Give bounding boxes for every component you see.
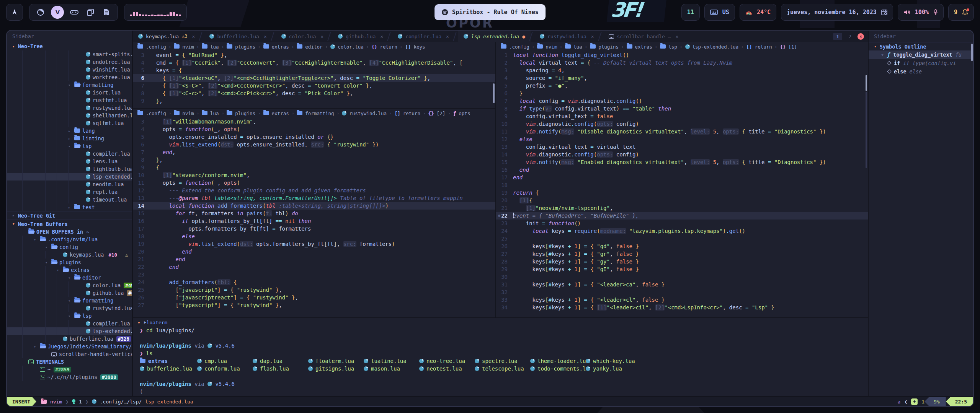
scrollbar-handle[interactable] [971, 44, 973, 61]
code-line[interactable]: 7 end, [133, 148, 495, 156]
app-button-document[interactable] [101, 7, 112, 18]
tree-item[interactable]: github.lua#654 [7, 289, 132, 297]
code-line[interactable]: 3 event = { "BufRead" }, [133, 51, 495, 59]
code-line[interactable]: 4 cmd = { [1]"CccPick", [2]"CccConvert",… [133, 59, 495, 67]
outline-symbol-if[interactable]: ifif type(config.vi [869, 59, 973, 67]
code-line[interactable]: 10 vim.diagnostic.config(opts: config) [496, 120, 868, 128]
tree-item[interactable]: repl.lua [7, 188, 132, 196]
code-line[interactable]: 5 keys = { [133, 67, 495, 74]
code-line[interactable]: 27 ["typescript"] = { "rustywind" }, [133, 301, 495, 309]
code-line[interactable]: 5 opts.ensure_installed = opts.ensure_in… [133, 133, 495, 141]
tree-item[interactable]: worktree.lua [7, 73, 132, 81]
code-line[interactable]: 24 add_formatters(tbl: { [133, 278, 495, 286]
tree-item[interactable]: ▾formatting [7, 297, 132, 304]
code-line[interactable]: 27 keys[#keys + 1] = { "gr", false } [496, 250, 868, 258]
tree-item[interactable]: ▾extras [7, 266, 132, 274]
outline-symbol-toggle_diag_virtext[interactable]: ▾ƒtoggle_diag_virtextfu [869, 50, 973, 59]
fold-chevron-icon[interactable]: ▾ [137, 320, 140, 325]
editor-tab-color-lua[interactable]: color.lua× [276, 31, 329, 42]
chevron-down-icon[interactable]: ▾ [68, 144, 74, 148]
tree-item[interactable]: ▸lang [7, 127, 132, 135]
code-line[interactable]: 32 [496, 288, 868, 296]
tree-item[interactable]: compiler.lua#682 [7, 320, 132, 327]
tree-item[interactable]: compiler.lua [7, 150, 132, 158]
tree-item[interactable]: lsp-extended.lu[+] [7, 173, 132, 180]
tree-item[interactable]: ~/.c/n/l/plugins#3980 [7, 373, 132, 381]
scrollbar-handle[interactable] [866, 75, 867, 91]
code-line[interactable]: 7 { [1]"<S-C>", [2]"<cmd>CccConvert<cr>"… [133, 82, 495, 89]
notifications-pill[interactable]: 9 [948, 4, 974, 21]
split-color-lua[interactable]: .config›nvim›lua›plugins›extras›editor›c… [133, 42, 495, 108]
editor-tab-scrollbar-handle-[interactable]: scrollbar-handle-…× [603, 31, 684, 42]
close-tab-icon[interactable]: × [264, 34, 267, 39]
app-button-gamepad[interactable] [69, 7, 80, 18]
tree-item[interactable]: neodim.lua [7, 180, 132, 188]
code-line[interactable]: 17 opts.formatters_by_ft[ft] = formatter… [133, 225, 495, 233]
chevron-down-icon[interactable]: ▾ [57, 268, 63, 272]
code-line[interactable]: 6 { [1]"<leader>uC", [2]"<cmd>CccHighlig… [133, 74, 495, 82]
scrollbar-handle[interactable] [493, 83, 495, 103]
code-line[interactable]: 4 opts = function(_, opts) [133, 125, 495, 133]
editor-tab-keymaps-lua[interactable]: keymaps.lua⚠3× [133, 31, 200, 42]
app-button-neovim[interactable]: V [51, 6, 64, 19]
code-line[interactable]: 18 else [133, 233, 495, 240]
code-line[interactable]: 15 for ft, formatters in pairs(t: tbl) d… [133, 210, 495, 217]
chevron-right-icon[interactable]: ▸ [68, 205, 74, 210]
code-line[interactable]: 18 [496, 181, 868, 189]
section-header-neo-tree[interactable]: ▾Neo-Tree [7, 42, 132, 50]
code-line[interactable]: 21 [1]"neovim/nvim-lspconfig", [496, 204, 868, 212]
tree-item[interactable]: ▾Juegos/Indies/SteamLibrary/st [7, 343, 132, 350]
code-line[interactable]: 29 keys[#keys + 1] = { "gI", false } [496, 265, 868, 273]
tree-item[interactable]: ▾lsp [7, 312, 132, 320]
tree-item[interactable]: TERMINALS [7, 358, 132, 366]
tree-item[interactable]: ▾editor [7, 274, 132, 281]
code-line[interactable]: 21 end [133, 255, 495, 263]
code-line[interactable]: 8 }, [133, 156, 495, 164]
close-all-button[interactable]: × [858, 33, 864, 40]
code-line[interactable]: 30 [496, 273, 868, 281]
code-line[interactable]: 17end [496, 174, 868, 181]
tree-item[interactable]: ▾lsp [7, 142, 132, 150]
tree-item[interactable]: ~#2859 [7, 366, 132, 373]
editor-pane-left[interactable]: .config›nvim›lua›plugins›extras›editor›c… [133, 42, 495, 317]
clock-pill[interactable]: jueves, noviembre 16, 2023 [781, 4, 893, 21]
tree-item[interactable]: bufferline.lua#328 [7, 335, 132, 343]
chevron-down-icon[interactable]: ▾ [45, 245, 51, 249]
outline-symbol-else[interactable]: elseelse [869, 67, 973, 76]
code-line[interactable]: 11 vim.notify(msg: "Disable diagnostics … [496, 128, 868, 135]
section-header-neo-tree-buffers[interactable]: ▾Neo-Tree Buffers [7, 220, 132, 228]
code-line[interactable]: 12 --- Extend the conform plugin config … [133, 187, 495, 194]
tree-item[interactable]: lens.lua [7, 158, 132, 165]
code-line[interactable]: 33 keys[#keys + 1] = { "<leader>cl", fal… [496, 296, 868, 304]
split-rustywind-lua[interactable]: .config›nvim›lua›plugins›extras›formatti… [133, 108, 495, 317]
code-line[interactable]: 4 source = "if_many", [496, 74, 868, 82]
code-line[interactable]: 3 spacing = 4, [496, 67, 868, 74]
editor-tab-lsp-extended-lua[interactable]: lsp-extended.lua● [458, 31, 531, 42]
code-line[interactable]: 6 vim.list_extend(dst: opts.ensure_insta… [133, 141, 495, 148]
tree-item[interactable]: lsp-extended.lu[+] [7, 327, 132, 335]
app-button-windows[interactable] [85, 7, 96, 18]
code-line[interactable]: 22 end [133, 263, 495, 271]
chevron-down-icon[interactable]: ▾ [34, 345, 40, 349]
chevron-down-icon[interactable]: ▾ [45, 260, 51, 265]
tree-item[interactable]: ▾plugins [7, 259, 132, 266]
section-header-neo-tree-git[interactable]: ▸Neo-Tree Git [7, 211, 132, 220]
chevron-down-icon[interactable]: ▾ [68, 83, 74, 87]
code-line[interactable]: 11 opts = function(_, opts) [133, 179, 495, 187]
tree-item[interactable]: timeout.lua [7, 196, 132, 203]
code-line[interactable]: 23 [133, 271, 495, 278]
keyboard-layout-pill[interactable]: US [704, 4, 735, 21]
code-line[interactable]: 20 end [133, 248, 495, 255]
tree-item[interactable]: winshift.lua [7, 66, 132, 73]
tree-item[interactable]: scrollbar-handle-vertical.p [7, 350, 132, 358]
tree-item[interactable]: sqlfmt.lua [7, 119, 132, 127]
code-line[interactable]: 14 local function add_formatters(tbl :ta… [133, 202, 495, 210]
launcher-button[interactable] [6, 4, 23, 21]
code-line[interactable]: 12 else [496, 135, 868, 143]
close-tab-icon[interactable]: × [446, 34, 449, 39]
tree-item[interactable]: ▾formatting [7, 81, 132, 89]
close-tab-icon[interactable]: × [675, 34, 678, 39]
code-line[interactable]: 28 keys[#keys + 1] = { "gy", false } [496, 258, 868, 265]
tabpage-1[interactable]: 1 [833, 33, 842, 40]
tree-item[interactable]: rustfmt.lua [7, 96, 132, 104]
